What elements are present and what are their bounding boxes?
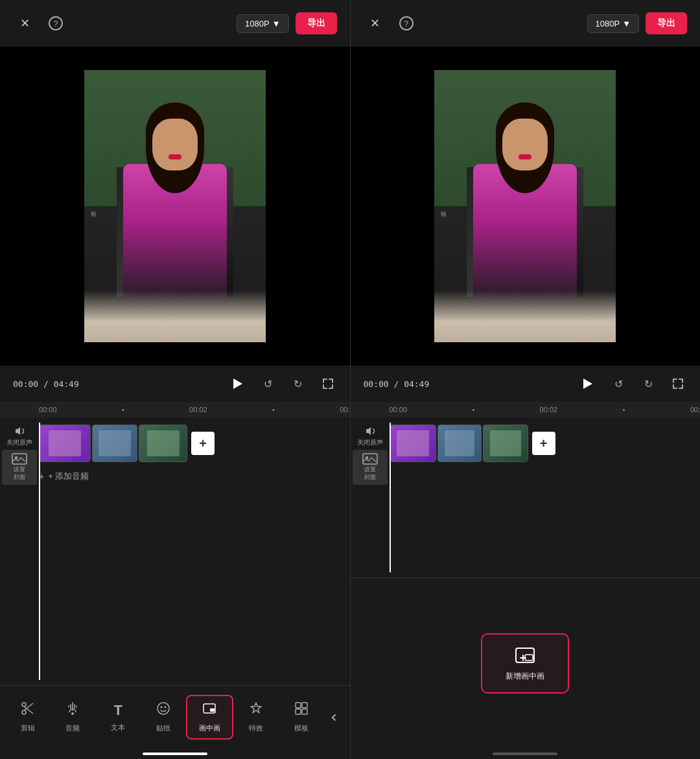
right-time-display: 00:00 / 04:49 [364, 379, 430, 389]
right-clip-1[interactable] [390, 425, 436, 462]
pip-icon [202, 701, 216, 716]
right-fullscreen-button[interactable] [669, 375, 687, 393]
right-video-track: + [390, 424, 701, 463]
left-header-right: 1080P ▼ 导出 [237, 12, 336, 34]
left-clip-3[interactable] [139, 425, 187, 462]
left-mute-button[interactable]: 关闭原声 [6, 425, 32, 447]
right-cover-icon [362, 453, 378, 465]
right-close-button[interactable]: ✕ [364, 12, 387, 35]
svg-point-4 [22, 710, 26, 714]
left-playback-bar: 00:00 / 04:49 ↺ ↻ [0, 366, 350, 402]
right-redo-button[interactable]: ↻ [639, 375, 657, 393]
svg-line-6 [24, 703, 33, 710]
svg-point-8 [71, 712, 74, 715]
right-timeline-panel: 00:00 • 00:02 • 00: 关闭原声 [351, 402, 701, 759]
left-resolution-button[interactable]: 1080P ▼ [237, 14, 288, 33]
left-timeline-content: 关闭原声 设置封面 [0, 417, 350, 685]
left-track-controls: 关闭原声 设置封面 [0, 423, 39, 680]
svg-point-19 [366, 456, 368, 459]
right-play-button[interactable] [577, 373, 598, 394]
left-video-preview: 剪映 [0, 47, 350, 366]
right-clip-3[interactable] [483, 425, 528, 462]
left-person-lips [169, 154, 181, 159]
left-scene-bottom [84, 290, 266, 342]
left-fullscreen-button[interactable] [319, 375, 337, 393]
left-speaker-icon [14, 425, 25, 437]
left-playback-controls: ↺ ↻ [227, 373, 337, 394]
left-clip-2[interactable] [92, 425, 137, 462]
left-editor-panel: ✕ ? 1080P ▼ 导出 [0, 0, 351, 402]
left-add-clip-button[interactable]: + [191, 432, 215, 455]
right-timeline-content: 关闭原声 设置封面 [351, 417, 701, 578]
svg-point-11 [164, 706, 166, 708]
svg-point-5 [22, 703, 26, 706]
toolbar-item-pip[interactable]: 画中画 [186, 695, 234, 740]
right-help-button[interactable]: ? [395, 12, 418, 35]
left-redo-button[interactable]: ↻ [289, 375, 307, 393]
left-home-indicator [143, 753, 207, 755]
right-video-frame: 剪映 [434, 70, 616, 342]
right-playhead [390, 423, 391, 572]
right-header-right: 1080P ▼ 导出 [587, 12, 687, 34]
right-mute-button[interactable]: 关闭原声 [357, 425, 383, 447]
right-person-head [499, 109, 551, 170]
svg-marker-0 [233, 379, 242, 389]
left-undo-button[interactable]: ↺ [259, 375, 277, 393]
toolbar-item-effects[interactable]: 特效 [233, 696, 279, 738]
right-track-controls: 关闭原声 设置封面 [351, 423, 390, 572]
left-toolbar: 剪辑 音频 T 文本 [0, 686, 350, 749]
left-cover-button[interactable]: 设置封面 [2, 450, 37, 485]
sticker-icon [156, 701, 170, 716]
right-clip-2[interactable] [438, 425, 482, 462]
left-header-left: ✕ ? [13, 12, 229, 35]
left-export-button[interactable]: 导出 [296, 12, 337, 34]
svg-rect-13 [210, 708, 215, 712]
right-editor-panel: ✕ ? 1080P ▼ 导出 [351, 0, 701, 402]
toolbar-item-sticker[interactable]: 贴纸 [141, 696, 186, 738]
left-help-button[interactable]: ? [44, 12, 67, 35]
left-add-audio-button[interactable]: + + 添加音频 [39, 465, 350, 487]
left-video-frame: 剪映 [84, 70, 266, 342]
right-undo-button[interactable]: ↺ [609, 375, 627, 393]
left-fullscreen-icon [322, 378, 334, 390]
svg-rect-15 [302, 703, 307, 708]
right-play-icon [580, 377, 594, 391]
svg-point-10 [160, 706, 162, 708]
left-cover-icon [12, 453, 27, 465]
svg-point-9 [158, 703, 169, 714]
left-person-head [149, 109, 201, 170]
left-timeline-panel: 00:00 • 00:02 • 00: 关闭原声 [0, 402, 351, 759]
right-header-left: ✕ ? [364, 12, 579, 35]
right-resolution-button[interactable]: 1080P ▼ [587, 14, 639, 33]
right-home-indicator [493, 753, 557, 755]
cut-icon [21, 701, 35, 716]
right-export-button[interactable]: 导出 [646, 12, 687, 34]
right-playback-controls: ↺ ↻ [577, 373, 687, 394]
right-tracks: + [390, 423, 701, 572]
add-pip-icon [515, 645, 535, 666]
toolbar-item-audio[interactable]: 音频 [51, 696, 96, 738]
effects-icon [249, 701, 263, 716]
left-video-track: + [39, 424, 350, 463]
svg-rect-14 [296, 703, 301, 708]
left-play-icon [230, 377, 244, 391]
right-add-clip-button[interactable]: + [532, 432, 555, 455]
right-cover-button[interactable]: 设置封面 [353, 450, 388, 485]
left-collapse-button[interactable] [323, 695, 344, 740]
toolbar-item-template[interactable]: 模板 [279, 696, 324, 738]
right-editor-header: ✕ ? 1080P ▼ 导出 [351, 0, 701, 47]
left-close-button[interactable]: ✕ [13, 12, 36, 35]
left-time-display: 00:00 / 04:49 [13, 379, 79, 389]
right-video-preview: 剪映 [351, 47, 701, 366]
left-person-face [152, 119, 198, 170]
left-clip-1[interactable] [39, 425, 91, 462]
toolbar-item-text[interactable]: T 文本 [95, 697, 141, 738]
svg-rect-17 [302, 709, 307, 714]
audio-icon [65, 701, 80, 716]
right-speaker-icon [364, 425, 376, 437]
svg-marker-1 [583, 379, 592, 389]
left-play-button[interactable] [227, 373, 248, 394]
left-playhead [39, 423, 40, 680]
toolbar-item-cut[interactable]: 剪辑 [5, 696, 51, 738]
add-pip-button[interactable]: 新增画中画 [481, 633, 569, 694]
